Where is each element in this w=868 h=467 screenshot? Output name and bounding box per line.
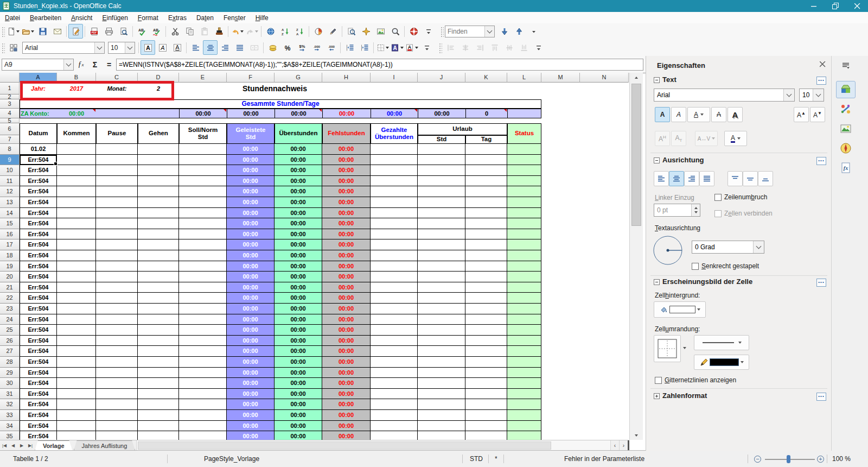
cell-C14[interactable]	[96, 208, 138, 219]
cell-J21[interactable]	[418, 282, 465, 293]
cell-H32[interactable]: 00:00	[322, 399, 371, 410]
zoom-slider-thumb[interactable]	[787, 455, 790, 463]
page-preview-button[interactable]	[116, 24, 131, 39]
cell-H22[interactable]: 00:00	[322, 293, 371, 304]
menu-bearbeiten[interactable]: Bearbeiten	[25, 13, 66, 23]
cell-K21[interactable]	[465, 282, 507, 293]
align-right-button[interactable]	[218, 40, 232, 55]
zoom-level[interactable]: 100 %	[832, 455, 851, 463]
align-center-button[interactable]	[203, 40, 218, 55]
cell-B12[interactable]	[57, 186, 96, 197]
cell-J15[interactable]	[418, 218, 465, 229]
last-sheet-button[interactable]: ▶|	[26, 440, 35, 451]
column-header-N[interactable]: N	[580, 73, 629, 83]
cell-C30[interactable]	[96, 378, 138, 389]
cell-K26[interactable]	[465, 336, 507, 346]
cell-D19[interactable]	[138, 261, 179, 272]
cell-L33[interactable]	[507, 410, 541, 421]
cell-G34[interactable]: 00:00	[275, 421, 322, 432]
column-header-J[interactable]: J	[418, 73, 465, 83]
cell-G27[interactable]: 00:00	[275, 346, 322, 357]
cell-D17[interactable]	[138, 239, 179, 250]
decrease-font-button[interactable]: A▼	[810, 107, 825, 122]
cell-A10[interactable]: Err:504	[20, 165, 57, 176]
row-header-20[interactable]: 20	[0, 272, 20, 282]
menu-einfügen[interactable]: Einfügen	[97, 13, 132, 23]
toolbar-options-2-button[interactable]	[419, 40, 434, 55]
sidebar-align-justify-button[interactable]	[699, 171, 714, 186]
cell-J33[interactable]	[418, 410, 465, 421]
cell-F28[interactable]: 00:00	[227, 357, 275, 368]
zoom-out-button[interactable]: −	[754, 456, 761, 463]
font-name-combo-dropdown[interactable]	[94, 42, 104, 53]
cell-E12[interactable]	[179, 186, 227, 197]
cell-H30[interactable]: 00:00	[322, 378, 371, 389]
formatting-toolbar-handle[interactable]	[1, 42, 5, 53]
cell-H18[interactable]: 00:00	[322, 250, 371, 261]
cell-J14[interactable]	[418, 208, 465, 219]
cell-B8[interactable]	[57, 144, 96, 155]
header-kommen[interactable]: Kommen	[57, 123, 96, 144]
cell-F34[interactable]: 00:00	[227, 421, 275, 432]
cell-L35[interactable]	[507, 431, 541, 440]
cell-A26[interactable]: Err:504	[20, 336, 57, 346]
cell-F25[interactable]: 00:00	[227, 325, 275, 336]
copy-button[interactable]	[182, 24, 197, 39]
row-header-29[interactable]: 29	[0, 368, 20, 378]
cell-J17[interactable]	[418, 239, 465, 250]
sum-button[interactable]: Σ	[88, 59, 102, 71]
cell-A15[interactable]: Err:504	[20, 218, 57, 229]
cell-G20[interactable]: 00:00	[275, 272, 322, 282]
column-header-L[interactable]: L	[507, 73, 541, 83]
cell-F19[interactable]: 00:00	[227, 261, 275, 272]
row-header-26[interactable]: 26	[0, 336, 20, 346]
column-header-K[interactable]: K	[465, 73, 507, 83]
cell-B24[interactable]	[57, 314, 96, 325]
cell-H26[interactable]: 00:00	[322, 336, 371, 346]
cell-C11[interactable]	[96, 176, 138, 187]
cell-K15[interactable]	[465, 218, 507, 229]
cell-A29[interactable]: Err:504	[20, 368, 57, 378]
row-header-2[interactable]: 2	[0, 94, 20, 99]
cell-A16[interactable]: Err:504	[20, 229, 57, 240]
cell-E10[interactable]	[179, 165, 227, 176]
cell-B4[interactable]: 00:00	[57, 109, 96, 118]
zoom-button[interactable]	[388, 24, 403, 39]
cell-L9[interactable]	[507, 155, 541, 166]
cell-A19[interactable]: Err:504	[20, 261, 57, 272]
cell-G12[interactable]: 00:00	[275, 186, 322, 197]
cell-K23[interactable]	[465, 304, 507, 314]
cell-F16[interactable]: 00:00	[227, 229, 275, 240]
cell-E28[interactable]	[179, 357, 227, 368]
cell-E23[interactable]	[179, 304, 227, 314]
cell-L27[interactable]	[507, 346, 541, 357]
menu-daten[interactable]: Daten	[192, 13, 219, 23]
row-header-28[interactable]: 28	[0, 357, 20, 368]
expand-number-format-section[interactable]	[654, 393, 660, 399]
cell-E9[interactable]	[179, 155, 227, 166]
percent-format-button[interactable]: %	[280, 40, 295, 55]
font-size-combo-input[interactable]	[108, 44, 125, 52]
scroll-down-button[interactable]	[630, 431, 643, 440]
cell-A35[interactable]: Err:504	[20, 431, 57, 440]
cell-I32[interactable]	[371, 399, 418, 410]
align-justify-button[interactable]	[232, 40, 247, 55]
alignment-more-options-button[interactable]: •••	[816, 157, 826, 165]
cell-G35[interactable]: 00:00	[275, 431, 322, 440]
cell-C31[interactable]	[96, 389, 138, 400]
vertical-scrollbar[interactable]	[629, 73, 643, 440]
cell-E4[interactable]: 00:00	[179, 109, 227, 118]
cell-E29[interactable]	[179, 368, 227, 378]
cell-I25[interactable]	[371, 325, 418, 336]
cell-E27[interactable]	[179, 346, 227, 357]
cell-I34[interactable]	[371, 421, 418, 432]
cell-B11[interactable]	[57, 176, 96, 187]
font-size-combo-dropdown[interactable]	[125, 42, 135, 53]
cell-H23[interactable]: 00:00	[322, 304, 371, 314]
cell-F18[interactable]: 00:00	[227, 250, 275, 261]
cell-C26[interactable]	[96, 336, 138, 346]
number-format-more-options-button[interactable]: •••	[816, 393, 826, 401]
cell-K12[interactable]	[465, 186, 507, 197]
appearance-more-options-button[interactable]: •••	[816, 279, 826, 287]
cell-J34[interactable]	[418, 421, 465, 432]
